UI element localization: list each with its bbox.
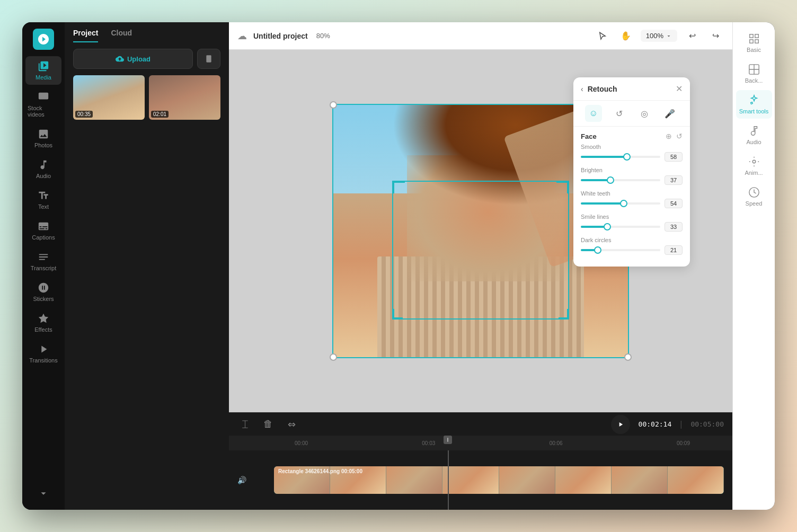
sidebar-item-effects[interactable]: Effects bbox=[25, 308, 61, 337]
background-label: Back... bbox=[745, 77, 763, 84]
volume-icon[interactable]: 🔊 bbox=[237, 476, 246, 484]
svg-rect-3 bbox=[749, 34, 752, 38]
right-panel-audio[interactable]: Audio bbox=[736, 121, 772, 149]
sidebar-item-media[interactable]: Media bbox=[25, 56, 61, 85]
app-logo bbox=[33, 29, 54, 50]
sidebar-item-transcript-label: Transcript bbox=[31, 265, 57, 271]
select-tool-btn[interactable] bbox=[594, 28, 611, 45]
upload-label: Upload bbox=[127, 55, 150, 63]
svg-point-8 bbox=[752, 160, 756, 163]
brighten-slider-row: Brighten 37 bbox=[581, 167, 683, 185]
ruler-marks: 00:00 00:03 00:06 00:09 bbox=[284, 440, 701, 446]
media-panel: Project Cloud Upload 00:35 bbox=[65, 22, 229, 510]
split-tool-btn[interactable]: ⌶ bbox=[237, 417, 252, 432]
editor-toolbar: ☁ Untitled project 80% ✋ 100% ↩ ↪ bbox=[229, 22, 732, 50]
timeline-area: 00:00 00:03 00:06 00:09 🔊 Rectangle 3462… bbox=[229, 436, 732, 510]
track-label: Rectangle 34626144.png 00:05:00 bbox=[278, 468, 362, 474]
compare-icon[interactable]: ⊕ bbox=[666, 132, 672, 140]
tab-project[interactable]: Project bbox=[73, 29, 98, 42]
sidebar-item-photos[interactable]: Photos bbox=[25, 124, 61, 153]
white-teeth-slider[interactable]: 54 bbox=[581, 199, 683, 208]
media-tabs: Project Cloud bbox=[65, 22, 229, 42]
handle-bottom-right[interactable] bbox=[624, 353, 632, 361]
media-thumb-1[interactable]: 00:35 bbox=[73, 75, 145, 120]
thumb2-duration: 02:01 bbox=[151, 111, 169, 118]
track-thumb-7 bbox=[612, 466, 668, 494]
track-thumb-6 bbox=[555, 466, 612, 494]
smart-tools-label: Smart tools bbox=[739, 108, 769, 114]
sidebar-item-text[interactable]: Text bbox=[25, 185, 61, 214]
sidebar-item-stickers-label: Stickers bbox=[33, 296, 54, 302]
sidebar: Media Stock videos Photos Audio Text Cap… bbox=[22, 22, 65, 510]
hand-tool-btn[interactable]: ✋ bbox=[617, 28, 634, 45]
sidebar-item-audio-label: Audio bbox=[36, 173, 51, 179]
right-panel-smart-tools[interactable]: Smart tools bbox=[736, 90, 772, 119]
reset-icon[interactable]: ↺ bbox=[676, 132, 683, 140]
total-time: 00:05:00 bbox=[690, 420, 724, 428]
dark-circles-value: 21 bbox=[665, 245, 683, 255]
svg-rect-4 bbox=[755, 34, 758, 38]
retouch-back-btn[interactable]: ‹ bbox=[581, 85, 583, 93]
sidebar-item-audio[interactable]: Audio bbox=[25, 155, 61, 183]
delete-tool-btn[interactable]: 🗑 bbox=[261, 417, 276, 432]
retouch-tab-mic[interactable]: 🎤 bbox=[661, 105, 678, 122]
sidebar-expand-btn[interactable] bbox=[25, 483, 61, 503]
dark-circles-slider[interactable]: 21 bbox=[581, 245, 683, 255]
retouch-tab-style[interactable]: ◎ bbox=[636, 105, 653, 122]
smile-lines-slider[interactable]: 33 bbox=[581, 222, 683, 232]
brighten-slider[interactable]: 37 bbox=[581, 175, 683, 185]
retouch-tabs: ☺ ↺ ◎ 🎤 bbox=[573, 101, 690, 127]
tab-cloud[interactable]: Cloud bbox=[111, 29, 132, 42]
white-teeth-value: 54 bbox=[665, 199, 683, 208]
upload-button[interactable]: Upload bbox=[73, 49, 193, 69]
sidebar-item-transitions[interactable]: Transitions bbox=[25, 339, 61, 368]
undo-btn[interactable]: ↩ bbox=[684, 28, 701, 45]
media-grid: 00:35 02:01 bbox=[65, 75, 229, 120]
retouch-tab-face[interactable]: ☺ bbox=[585, 105, 602, 122]
smile-lines-value: 33 bbox=[665, 222, 683, 232]
timeline-track[interactable]: Rectangle 34626144.png 00:05:00 bbox=[274, 466, 724, 494]
retouch-tab-body[interactable]: ↺ bbox=[610, 105, 627, 122]
speed-label: Speed bbox=[746, 200, 763, 207]
basic-label: Basic bbox=[747, 47, 761, 53]
handle-bottom-left[interactable] bbox=[330, 353, 337, 361]
zoom-control[interactable]: 100% bbox=[641, 30, 677, 42]
cloud-icon: ☁ bbox=[237, 30, 247, 42]
right-panel-speed[interactable]: Speed bbox=[736, 182, 772, 211]
timeline-ruler: 00:00 00:03 00:06 00:09 bbox=[229, 436, 732, 450]
sidebar-item-stock-videos[interactable]: Stock videos bbox=[25, 87, 61, 122]
project-title[interactable]: Untitled project bbox=[253, 32, 308, 40]
retouch-close-btn[interactable]: ✕ bbox=[676, 84, 683, 94]
sidebar-item-captions-label: Captions bbox=[32, 234, 55, 241]
media-actions: Upload bbox=[65, 42, 229, 75]
brighten-label: Brighten bbox=[581, 167, 683, 173]
playhead[interactable] bbox=[448, 450, 449, 510]
handle-top-left[interactable] bbox=[330, 101, 337, 109]
smooth-label: Smooth bbox=[581, 144, 683, 150]
sidebar-item-photos-label: Photos bbox=[34, 142, 52, 148]
sidebar-item-stickers[interactable]: Stickers bbox=[25, 278, 61, 306]
right-panel-background[interactable]: Back... bbox=[736, 59, 772, 88]
sidebar-item-captions[interactable]: Captions bbox=[25, 216, 61, 245]
ruler-mark-1: 00:03 bbox=[422, 440, 435, 446]
white-teeth-slider-row: White teeth 54 bbox=[581, 190, 683, 208]
media-thumb-2[interactable]: 02:01 bbox=[149, 75, 220, 120]
import-device-button[interactable] bbox=[197, 49, 220, 69]
playhead-marker[interactable] bbox=[444, 436, 452, 444]
right-panel-basic[interactable]: Basic bbox=[736, 29, 772, 57]
svg-rect-5 bbox=[749, 40, 752, 43]
timeline-controls: ⌶ 🗑 ⇔ 00:02:14 | 00:05:00 bbox=[229, 412, 732, 436]
smooth-slider[interactable]: 58 bbox=[581, 152, 683, 162]
sidebar-item-text-label: Text bbox=[38, 203, 49, 210]
track-thumb-3 bbox=[386, 466, 442, 494]
play-button[interactable] bbox=[611, 415, 630, 434]
mirror-tool-btn[interactable]: ⇔ bbox=[284, 417, 299, 432]
right-panel-animate[interactable]: Anim... bbox=[736, 152, 772, 180]
sidebar-item-transcript[interactable]: Transcript bbox=[25, 247, 61, 276]
animate-label: Anim... bbox=[745, 170, 763, 176]
white-teeth-label: White teeth bbox=[581, 190, 683, 197]
track-thumb-8 bbox=[668, 466, 724, 494]
smooth-value: 58 bbox=[665, 152, 683, 162]
redo-btn[interactable]: ↪ bbox=[707, 28, 724, 45]
sidebar-item-transitions-label: Transitions bbox=[29, 357, 57, 363]
